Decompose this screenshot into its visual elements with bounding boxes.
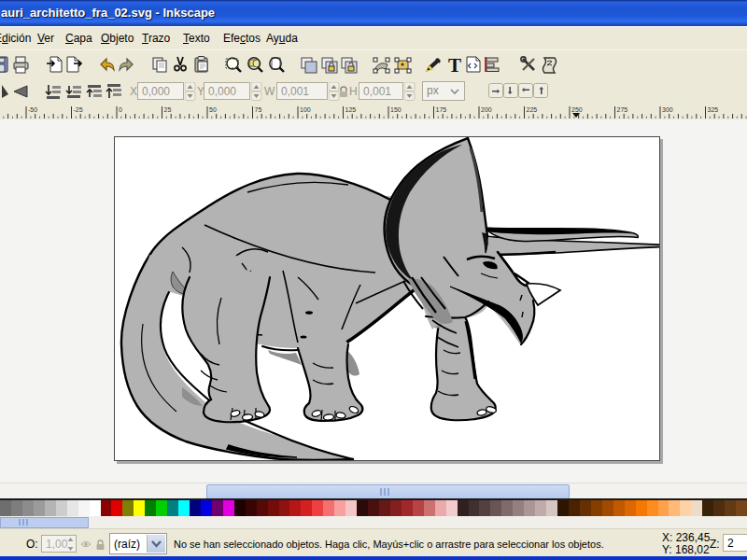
- svg-text:200: 200: [481, 106, 492, 113]
- svg-text:-25: -25: [74, 106, 83, 113]
- svg-text:325: 325: [708, 106, 719, 113]
- svg-text:0: 0: [119, 106, 122, 113]
- svg-text:250: 250: [571, 106, 583, 113]
- svg-text:100: 100: [300, 106, 311, 113]
- svg-text:T: T: [448, 55, 461, 76]
- svg-text:125: 125: [345, 106, 357, 113]
- svg-text:300: 300: [662, 106, 673, 113]
- svg-text:75: 75: [255, 106, 262, 113]
- svg-text:175: 175: [436, 106, 447, 113]
- svg-text:-50: -50: [28, 106, 37, 113]
- svg-text:150: 150: [390, 106, 402, 113]
- svg-text:50: 50: [209, 106, 217, 113]
- svg-text:275: 275: [617, 106, 628, 113]
- svg-text:25: 25: [164, 106, 172, 113]
- svg-text:225: 225: [527, 106, 538, 113]
